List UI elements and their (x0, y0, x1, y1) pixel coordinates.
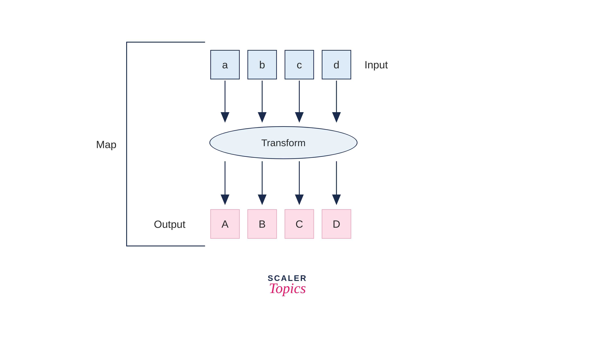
input-box-b: b (247, 50, 277, 79)
input-label: Input (365, 59, 388, 71)
transform-label: Transform (261, 137, 306, 149)
output-row: A B C D (210, 209, 351, 239)
input-box-c: c (285, 50, 314, 79)
output-label: Output (154, 218, 186, 230)
transform-ellipse: Transform (209, 126, 358, 159)
brand-topics: Topics (252, 280, 322, 297)
input-box-d: d (322, 50, 351, 79)
output-box-d: D (322, 209, 351, 239)
arrows-top (210, 81, 358, 124)
arrows-bottom (210, 161, 358, 207)
output-box-a: A (210, 209, 240, 239)
map-label: Map (96, 138, 117, 150)
map-bracket (126, 42, 205, 246)
brand-logo: SCALER Topics (252, 273, 322, 297)
input-row: a b c d (210, 50, 351, 79)
input-box-a: a (210, 50, 240, 79)
diagram-canvas: Map a b c d Input Transform Output A B C… (0, 0, 596, 364)
output-box-c: C (285, 209, 314, 239)
output-box-b: B (247, 209, 277, 239)
